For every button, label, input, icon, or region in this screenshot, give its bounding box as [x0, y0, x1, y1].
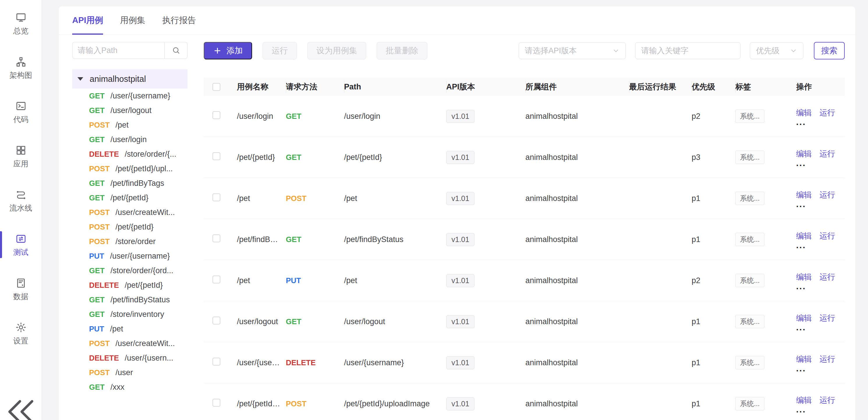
run-link[interactable]: 运行 [819, 272, 835, 282]
chevron-down-icon [790, 47, 797, 55]
set-suite-button[interactable]: 设为用例集 [307, 42, 366, 59]
tree-item[interactable]: GET/pet/findByStatus [72, 293, 187, 307]
tree-item[interactable]: GET/store/inventory [72, 307, 187, 322]
priority-select[interactable]: 优先级 [750, 42, 803, 59]
tag-badge[interactable]: 系统... [735, 110, 764, 123]
case-name-cell: /pet [237, 276, 286, 285]
tag-badge[interactable]: 系统... [735, 151, 764, 164]
run-link[interactable]: 运行 [819, 190, 835, 200]
row-checkbox[interactable] [213, 275, 220, 283]
tree-item[interactable]: POST/user/createWit... [72, 336, 187, 351]
tree-item[interactable]: POST/user [72, 365, 187, 380]
run-link[interactable]: 运行 [819, 354, 835, 364]
more-actions-button[interactable]: ... [796, 119, 839, 125]
grid-icon [15, 145, 27, 156]
row-select-cell [204, 275, 237, 286]
tag-badge[interactable]: 系统... [735, 233, 764, 246]
sidebar-item-code[interactable]: 代码 [0, 100, 42, 125]
run-link[interactable]: 运行 [819, 313, 835, 323]
search-button[interactable]: 搜索 [814, 42, 845, 59]
tree-item[interactable]: GET/user/logout [72, 103, 187, 118]
tag-badge[interactable]: 系统... [735, 192, 764, 205]
run-link[interactable]: 运行 [819, 395, 835, 406]
path-search-button[interactable] [165, 42, 187, 59]
edit-link[interactable]: 编辑 [796, 190, 812, 200]
tree-item[interactable]: GET/pet/{petId} [72, 190, 187, 205]
row-checkbox[interactable] [213, 193, 220, 201]
tree-items: GET/user/{username}GET/user/logoutPOST/p… [72, 89, 187, 394]
endpoint-path: /pet [110, 325, 123, 333]
tab-run-reports[interactable]: 执行报告 [162, 6, 196, 35]
tree-item[interactable]: POST/pet/{petId}/upl... [72, 161, 187, 176]
tree-item[interactable]: POST/store/order [72, 234, 187, 249]
tag-badge[interactable]: 系统... [735, 274, 764, 287]
run-link[interactable]: 运行 [819, 231, 835, 241]
tree-root-node[interactable]: animalhostpital [72, 69, 187, 89]
run-button[interactable]: 运行 [262, 42, 297, 59]
more-actions-button[interactable]: ... [796, 242, 839, 248]
tree-item[interactable]: POST/user/createWit... [72, 205, 187, 220]
tree-item[interactable]: GET/user/{username} [72, 89, 187, 103]
row-checkbox[interactable] [213, 111, 220, 119]
tree-item[interactable]: GET/xxx [72, 380, 187, 394]
api-version-select[interactable]: 请选择API版本 [519, 42, 626, 59]
tree-item[interactable]: GET/pet/findByTags [72, 176, 187, 190]
run-link[interactable]: 运行 [819, 108, 835, 118]
select-all-checkbox[interactable] [213, 83, 220, 91]
row-checkbox[interactable] [213, 358, 220, 365]
more-actions-button[interactable]: ... [796, 365, 839, 371]
tree-item[interactable]: PUT/pet [72, 322, 187, 336]
tree-item[interactable]: POST/pet/{petId} [72, 220, 187, 234]
sidebar-item-pipeline[interactable]: 流水线 [0, 189, 42, 213]
edit-link[interactable]: 编辑 [796, 395, 812, 406]
tab-api-cases[interactable]: API用例 [72, 6, 103, 35]
tree-item[interactable]: DELETE/user/{usern... [72, 351, 187, 365]
path-search-input[interactable] [72, 42, 165, 59]
tab-case-suites[interactable]: 用例集 [120, 6, 145, 35]
magnifier-icon [172, 46, 181, 55]
batch-delete-button[interactable]: 批量删除 [377, 42, 427, 59]
edit-link[interactable]: 编辑 [796, 231, 812, 241]
edit-link[interactable]: 编辑 [796, 108, 812, 118]
tag-badge[interactable]: 系统... [735, 356, 764, 369]
row-checkbox[interactable] [213, 317, 220, 325]
tree-item[interactable]: DELETE/store/order/{... [72, 147, 187, 161]
more-actions-button[interactable]: ... [796, 325, 839, 330]
row-checkbox[interactable] [213, 399, 220, 407]
sidebar-item-architecture[interactable]: 架构图 [0, 56, 42, 80]
edit-link[interactable]: 编辑 [796, 354, 812, 364]
sidebar-item-data[interactable]: 数据 [0, 277, 42, 302]
tag-badge[interactable]: 系统... [735, 315, 764, 328]
collapse-sidebar-button[interactable] [0, 390, 42, 420]
sidebar-item-settings[interactable]: 设置 [0, 322, 42, 346]
sidebar-item-label: 测试 [13, 247, 29, 258]
more-actions-button[interactable]: ... [796, 201, 839, 207]
more-actions-button[interactable]: ... [796, 283, 839, 289]
version-tag: v1.01 [446, 233, 474, 246]
tag-badge[interactable]: 系统... [735, 397, 764, 410]
keyword-input[interactable] [635, 42, 741, 59]
sidebar-item-label: 数据 [13, 292, 29, 302]
run-link[interactable]: 运行 [819, 149, 835, 159]
edit-link[interactable]: 编辑 [796, 313, 812, 323]
more-actions-button[interactable]: ... [796, 407, 839, 413]
sidebar-item-test[interactable]: 测试 [0, 233, 42, 258]
tree-item[interactable]: GET/user/login [72, 132, 187, 147]
row-checkbox[interactable] [213, 152, 220, 160]
path-cell: /pet/{petId} [344, 153, 446, 162]
edit-link[interactable]: 编辑 [796, 149, 812, 159]
tree-item[interactable]: GET/store/order/{ord... [72, 263, 187, 278]
row-checkbox[interactable] [213, 235, 220, 242]
edit-link[interactable]: 编辑 [796, 272, 812, 282]
sidebar-item-overview[interactable]: 总览 [0, 12, 42, 36]
plus-icon [213, 46, 222, 55]
row-select-cell [204, 111, 237, 121]
tree-item[interactable]: DELETE/pet/{petId} [72, 278, 187, 293]
add-case-button[interactable]: 添加 [204, 42, 252, 59]
tree-item[interactable]: POST/pet [72, 118, 187, 132]
sidebar-item-apps[interactable]: 应用 [0, 145, 42, 169]
tree-item[interactable]: PUT/user/{username} [72, 249, 187, 263]
table-body: /user/loginGET/user/loginv1.01animalhost… [204, 96, 845, 420]
method-badge: GET [89, 135, 104, 144]
more-actions-button[interactable]: ... [796, 160, 839, 166]
